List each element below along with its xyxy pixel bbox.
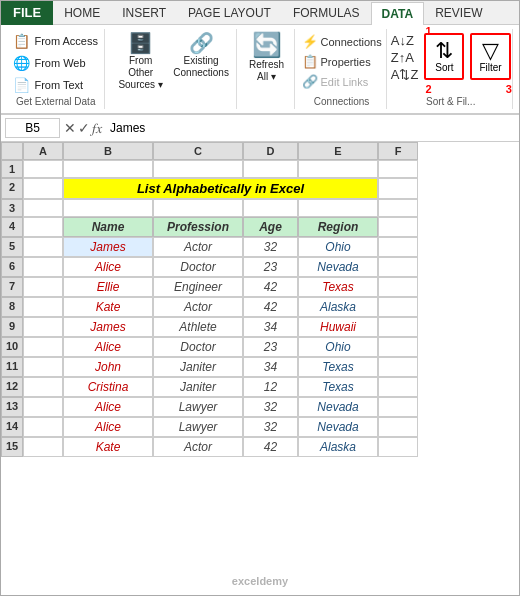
row-header-7[interactable]: 7 xyxy=(1,277,23,297)
tab-home[interactable]: HOME xyxy=(53,1,111,24)
cell-e1[interactable] xyxy=(298,160,378,178)
cell-d14[interactable]: 32 xyxy=(243,417,298,437)
cell-f10[interactable] xyxy=(378,337,418,357)
cell-c9[interactable]: Athlete xyxy=(153,317,243,337)
cell-e5[interactable]: Ohio xyxy=(298,237,378,257)
from-other-sources-button[interactable]: 🗄️ From OtherSources ▾ xyxy=(113,31,167,93)
cell-c14[interactable]: Lawyer xyxy=(153,417,243,437)
cell-d3[interactable] xyxy=(243,199,298,217)
cell-b12[interactable]: Cristina xyxy=(63,377,153,397)
cell-c15[interactable]: Actor xyxy=(153,437,243,457)
cell-f1[interactable] xyxy=(378,160,418,178)
cell-d10[interactable]: 23 xyxy=(243,337,298,357)
cell-reference[interactable]: B5 xyxy=(5,118,60,138)
row-header-1[interactable]: 1 xyxy=(1,160,23,178)
cell-f11[interactable] xyxy=(378,357,418,377)
cell-d8[interactable]: 42 xyxy=(243,297,298,317)
row-header-13[interactable]: 13 xyxy=(1,397,23,417)
cell-a1[interactable] xyxy=(23,160,63,178)
cell-f14[interactable] xyxy=(378,417,418,437)
cell-d11[interactable]: 34 xyxy=(243,357,298,377)
formula-input[interactable] xyxy=(106,119,515,137)
tab-data[interactable]: DATA xyxy=(371,2,425,25)
cell-d15[interactable]: 42 xyxy=(243,437,298,457)
row-header-9[interactable]: 9 xyxy=(1,317,23,337)
cell-b9[interactable]: James xyxy=(63,317,153,337)
cell-a7[interactable] xyxy=(23,277,63,297)
cell-f13[interactable] xyxy=(378,397,418,417)
cell-a4[interactable] xyxy=(23,217,63,237)
cell-c6[interactable]: Doctor xyxy=(153,257,243,277)
col-header-f[interactable]: F xyxy=(378,142,418,160)
cell-e8[interactable]: Alaska xyxy=(298,297,378,317)
cell-f2[interactable] xyxy=(378,178,418,199)
from-web-button[interactable]: 🌐 From Web xyxy=(9,53,102,73)
col-header-c[interactable]: C xyxy=(153,142,243,160)
cell-c7[interactable]: Engineer xyxy=(153,277,243,297)
cell-a10[interactable] xyxy=(23,337,63,357)
row-header-15[interactable]: 15 xyxy=(1,437,23,457)
cell-b8[interactable]: Kate xyxy=(63,297,153,317)
file-tab[interactable]: FILE xyxy=(1,1,53,25)
col-header-e[interactable]: E xyxy=(298,142,378,160)
tab-review[interactable]: REVIEW xyxy=(424,1,493,24)
row-header-12[interactable]: 12 xyxy=(1,377,23,397)
col-header-a[interactable]: A xyxy=(23,142,63,160)
filter-button[interactable]: ▽ Filter xyxy=(473,36,507,77)
cell-f5[interactable] xyxy=(378,237,418,257)
properties-button[interactable]: 📋 Properties xyxy=(300,53,384,70)
cell-b14[interactable]: Alice xyxy=(63,417,153,437)
cell-b15[interactable]: Kate xyxy=(63,437,153,457)
cell-a13[interactable] xyxy=(23,397,63,417)
cell-f8[interactable] xyxy=(378,297,418,317)
cell-a14[interactable] xyxy=(23,417,63,437)
tab-formulas[interactable]: FORMULAS xyxy=(282,1,371,24)
cell-c13[interactable]: Lawyer xyxy=(153,397,243,417)
col-header-b[interactable]: B xyxy=(63,142,153,160)
row-header-2[interactable]: 2 xyxy=(1,178,23,199)
cell-b6[interactable]: Alice xyxy=(63,257,153,277)
connections-button[interactable]: ⚡ Connections xyxy=(300,33,384,50)
cell-e14[interactable]: Nevada xyxy=(298,417,378,437)
cell-b10[interactable]: Alice xyxy=(63,337,153,357)
row-header-5[interactable]: 5 xyxy=(1,237,23,257)
from-text-button[interactable]: 📄 From Text xyxy=(9,75,102,95)
cell-f15[interactable] xyxy=(378,437,418,457)
cell-c11[interactable]: Janiter xyxy=(153,357,243,377)
cell-f6[interactable] xyxy=(378,257,418,277)
cell-a5[interactable] xyxy=(23,237,63,257)
row-header-8[interactable]: 8 xyxy=(1,297,23,317)
cell-c8[interactable]: Actor xyxy=(153,297,243,317)
cell-a3[interactable] xyxy=(23,199,63,217)
tab-page-layout[interactable]: PAGE LAYOUT xyxy=(177,1,282,24)
cell-e12[interactable]: Texas xyxy=(298,377,378,397)
cell-a6[interactable] xyxy=(23,257,63,277)
row-header-6[interactable]: 6 xyxy=(1,257,23,277)
cell-c1[interactable] xyxy=(153,160,243,178)
cell-d13[interactable]: 32 xyxy=(243,397,298,417)
cell-c5[interactable]: Actor xyxy=(153,237,243,257)
col-header-d[interactable]: D xyxy=(243,142,298,160)
edit-links-button[interactable]: 🔗 Edit Links xyxy=(300,73,384,90)
cell-d7[interactable]: 42 xyxy=(243,277,298,297)
cell-c3[interactable] xyxy=(153,199,243,217)
cell-d12[interactable]: 12 xyxy=(243,377,298,397)
cell-f9[interactable] xyxy=(378,317,418,337)
cell-f7[interactable] xyxy=(378,277,418,297)
cell-e13[interactable]: Nevada xyxy=(298,397,378,417)
cell-d9[interactable]: 34 xyxy=(243,317,298,337)
sort-button[interactable]: ⇅ Sort xyxy=(427,36,461,77)
tab-insert[interactable]: INSERT xyxy=(111,1,177,24)
cell-f4[interactable] xyxy=(378,217,418,237)
refresh-button[interactable]: 🔄 RefreshAll ▾ xyxy=(244,31,290,85)
cell-b5[interactable]: James xyxy=(63,237,153,257)
cell-a11[interactable] xyxy=(23,357,63,377)
row-header-3[interactable]: 3 xyxy=(1,199,23,217)
cell-c10[interactable]: Doctor xyxy=(153,337,243,357)
cell-e11[interactable]: Texas xyxy=(298,357,378,377)
row-header-14[interactable]: 14 xyxy=(1,417,23,437)
cell-f12[interactable] xyxy=(378,377,418,397)
cell-b11[interactable]: John xyxy=(63,357,153,377)
cell-b13[interactable]: Alice xyxy=(63,397,153,417)
cell-a9[interactable] xyxy=(23,317,63,337)
